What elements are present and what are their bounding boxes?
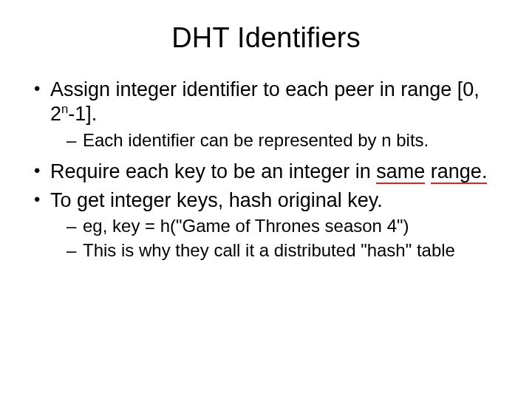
bullet-list: Assign integer identifier to each peer i… xyxy=(30,78,502,262)
bullet-item: To get integer keys, hash original key. … xyxy=(33,188,502,262)
spellcheck-underline: . xyxy=(482,160,488,184)
bullet-text: Assign integer identifier to each peer i… xyxy=(50,78,480,125)
bullet-item: Assign integer identifier to each peer i… xyxy=(33,78,502,152)
sub-bullet-item: Each identifier can be represented by n … xyxy=(66,129,502,152)
sub-bullet-item: eg, key = h("Game of Thrones season 4") xyxy=(66,215,502,238)
sub-bullet-item: This is why they call it a distributed "… xyxy=(66,239,502,262)
sub-bullet-text: Each identifier can be represented by n … xyxy=(83,130,429,150)
sub-bullet-list: Each identifier can be represented by n … xyxy=(50,129,502,152)
slide-title: DHT Identifiers xyxy=(30,22,502,54)
bullet-text: Require each key to be an integer in xyxy=(50,160,376,183)
sub-bullet-text: eg, key = h("Game of Thrones season 4") xyxy=(83,216,409,236)
bullet-text xyxy=(425,160,431,183)
spellcheck-underline: range xyxy=(431,160,482,184)
bullet-text: To get integer keys, hash original key. xyxy=(50,189,383,211)
slide: DHT Identifiers Assign integer identifie… xyxy=(0,0,532,399)
sub-bullet-list: eg, key = h("Game of Thrones season 4") … xyxy=(50,215,502,262)
bullet-item: Require each key to be an integer in sam… xyxy=(33,160,502,184)
sub-bullet-text: This is why they call it a distributed "… xyxy=(83,240,455,260)
superscript: n xyxy=(61,102,68,116)
spellcheck-underline: same xyxy=(376,160,425,184)
bullet-text: -1]. xyxy=(68,103,97,125)
